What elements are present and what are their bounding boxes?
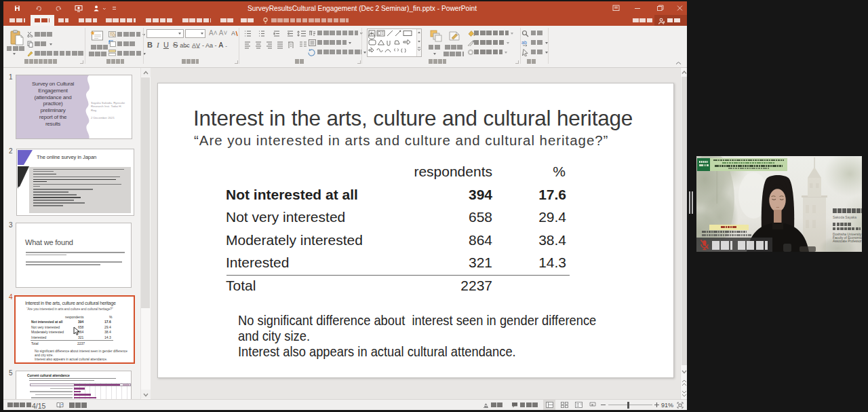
- svg-text:ab: ab: [521, 40, 527, 45]
- svg-text:A: A: [231, 30, 235, 37]
